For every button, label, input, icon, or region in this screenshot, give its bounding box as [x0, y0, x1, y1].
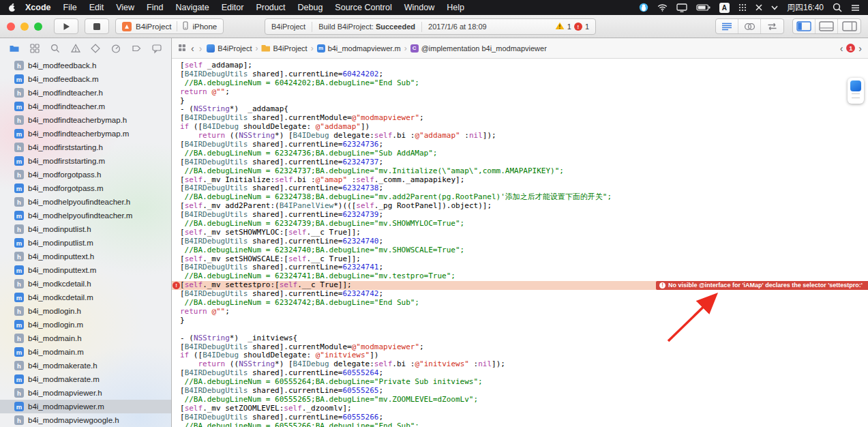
zoom-window-button[interactable] — [34, 23, 42, 31]
breadcrumb-item[interactable]: B4iProject — [261, 44, 307, 53]
file-row[interactable]: hb4i_modkcdetail.h — [0, 277, 171, 291]
notification-center-icon[interactable] — [851, 4, 860, 12]
code-line[interactable]: return @""; — [172, 88, 868, 97]
previous-issue-button[interactable]: ‹ — [840, 44, 843, 53]
breakpoint-navigator-icon[interactable] — [131, 43, 142, 54]
menu-item-source-control[interactable]: Source Control — [329, 3, 398, 12]
file-row[interactable]: mb4i_modmain.m — [0, 345, 171, 359]
file-row[interactable]: mb4i_modfindteacherbymap.m — [0, 127, 171, 141]
menu-item-xcode[interactable]: Xcode — [19, 3, 57, 12]
file-row[interactable]: hb4i_modmain.h — [0, 332, 171, 345]
file-row[interactable]: mb4i_modkcdetail.m — [0, 291, 171, 304]
menu-item-window[interactable]: Window — [398, 3, 440, 12]
close-window-button[interactable] — [7, 23, 15, 31]
scheme-device-label[interactable]: iPhone — [192, 23, 217, 31]
file-row[interactable]: mb4i_modlogin.m — [0, 318, 171, 332]
file-row[interactable]: hb4i_modlogin.h — [0, 304, 171, 318]
test-navigator-icon[interactable] — [90, 43, 101, 54]
project-navigator-icon[interactable] — [9, 43, 20, 54]
spotlight-search-icon[interactable] — [833, 3, 842, 12]
error-banner[interactable]: !No visible @interface for 'iAMap' decla… — [656, 281, 868, 290]
scheme-project-label[interactable]: B4iProject — [136, 23, 171, 31]
standard-editor-button[interactable] — [716, 19, 738, 33]
inspector-toggle-button[interactable] — [838, 19, 860, 33]
x-icon[interactable] — [755, 4, 762, 11]
menu-item-editor[interactable]: Editor — [215, 3, 250, 12]
file-row[interactable]: mb4i_modfeedback.m — [0, 72, 171, 86]
file-row[interactable]: hb4i_modfindteacherbymap.h — [0, 113, 171, 127]
breadcrumb-item[interactable]: B4iProject — [207, 44, 252, 53]
file-row[interactable]: mb4i_modhelpyoufindteacher.m — [0, 209, 171, 222]
related-items-icon[interactable] — [178, 44, 186, 53]
code-line[interactable]: //BA.debugLineNum = 60424202;BA.debugLin… — [172, 79, 868, 88]
next-issue-button[interactable]: › — [858, 44, 862, 53]
display-icon[interactable] — [676, 3, 687, 12]
menu-item-product[interactable]: Product — [250, 3, 291, 12]
error-count[interactable]: 1 — [585, 23, 589, 31]
input-method-icon[interactable]: A — [719, 3, 730, 13]
breadcrumb-item[interactable]: C@implementation b4i_modmapviewer — [410, 44, 547, 53]
floating-capture-tool[interactable] — [848, 78, 864, 104]
file-row[interactable]: mb4i_modfirststarting.m — [0, 154, 171, 168]
symbol-navigator-icon[interactable] — [29, 43, 40, 54]
code-line[interactable]: } — [172, 316, 868, 325]
version-editor-button[interactable] — [761, 19, 783, 33]
code-line[interactable]: //BA.debugLineNum = 62324742;BA.debugLin… — [172, 299, 868, 308]
project-icon — [207, 44, 215, 53]
file-row-selected[interactable]: mb4i_modmapviewer.m — [0, 400, 171, 413]
file-row[interactable]: mb4i_modfindteacher.m — [0, 100, 171, 113]
toolbar-right-controls — [715, 18, 861, 34]
menu-item-edit[interactable]: Edit — [83, 3, 110, 12]
file-row[interactable]: hb4i_modinputtext.h — [0, 250, 171, 263]
chevron-down-icon[interactable] — [771, 5, 778, 10]
battery-icon[interactable] — [696, 3, 710, 12]
issue-count-badge[interactable]: 1 — [846, 44, 855, 53]
run-button[interactable] — [54, 18, 78, 34]
back-button[interactable]: ‹ — [191, 44, 194, 53]
menu-item-file[interactable]: File — [57, 3, 83, 12]
debug-area-toggle-button[interactable] — [815, 19, 838, 33]
menu-item-debug[interactable]: Debug — [292, 3, 329, 12]
breadcrumb-item[interactable]: mb4i_modmapviewer.m — [317, 44, 401, 53]
assistant-editor-button[interactable] — [738, 19, 761, 33]
menu-item-find[interactable]: Find — [140, 3, 169, 12]
wifi-icon[interactable] — [657, 3, 668, 12]
find-navigator-icon[interactable] — [50, 43, 61, 54]
file-row[interactable]: hb4i_modforgotpass.h — [0, 168, 171, 181]
file-row[interactable]: hb4i_modfirststarting.h — [0, 141, 171, 154]
error-gutter-icon[interactable]: ! — [173, 282, 180, 289]
file-row[interactable]: mb4i_modforgotpass.m — [0, 181, 171, 195]
dots-grid-icon[interactable] — [738, 3, 747, 12]
minimize-window-button[interactable] — [20, 23, 29, 31]
file-row[interactable]: hb4i_modinputlist.h — [0, 222, 171, 236]
code-line[interactable]: //BA.debugLineNum = 60555266;BA.debugLin… — [172, 422, 868, 427]
file-row[interactable]: hb4i_modhelpyoufindteacher.h — [0, 195, 171, 209]
scheme-selector[interactable]: B4iProject iPhone — [115, 18, 224, 34]
apple-menu-icon[interactable] — [8, 3, 16, 12]
menu-item-help[interactable]: Help — [440, 3, 470, 12]
qq-status-icon[interactable] — [639, 3, 648, 12]
issue-navigator-icon[interactable] — [70, 43, 81, 54]
menu-item-view[interactable]: View — [110, 3, 140, 12]
file-row[interactable]: hb4i_modmapviewgoogle.h — [0, 413, 171, 427]
warning-icon[interactable] — [555, 22, 565, 31]
file-row[interactable]: mb4i_modinputtext.m — [0, 263, 171, 277]
debug-navigator-icon[interactable] — [110, 43, 121, 54]
error-icon[interactable]: ! — [574, 23, 582, 31]
code-line[interactable]: return @""; — [172, 308, 868, 316]
report-navigator-icon[interactable] — [151, 43, 162, 54]
file-row[interactable]: mb4i_modmakerate.m — [0, 372, 171, 386]
file-row[interactable]: hb4i_modfindteacher.h — [0, 86, 171, 100]
file-row[interactable]: hb4i_modfeedback.h — [0, 59, 171, 72]
menu-clock[interactable]: 周四16:40 — [787, 2, 824, 14]
navigator-toggle-button[interactable] — [793, 19, 815, 33]
menu-item-navigate[interactable]: Navigate — [169, 3, 215, 12]
forward-button[interactable]: › — [199, 44, 203, 53]
file-row[interactable]: mb4i_modinputlist.m — [0, 236, 171, 250]
file-row[interactable]: hb4i_modmakerate.h — [0, 359, 171, 372]
stop-button[interactable] — [85, 18, 109, 34]
warning-count[interactable]: 1 — [567, 23, 571, 31]
breadcrumb-label: B4iProject — [218, 44, 252, 53]
code-area[interactable]: [self _addamap];[B4IRDebugUtils shared].… — [172, 59, 868, 427]
file-row[interactable]: hb4i_modmapviewer.h — [0, 386, 171, 400]
